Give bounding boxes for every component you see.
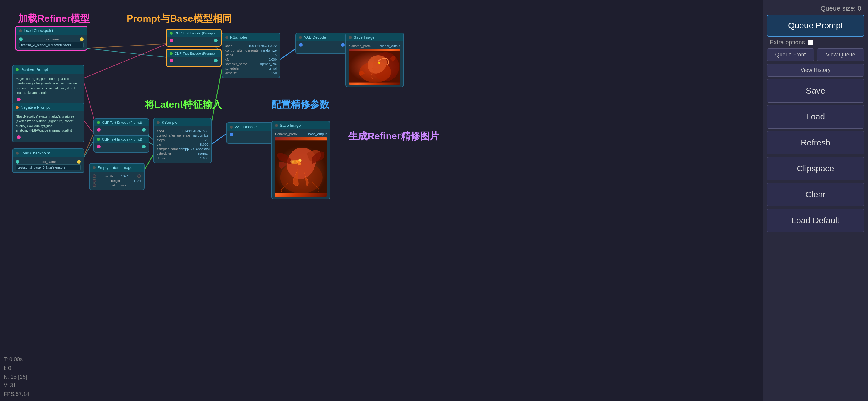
view-history-row: View History bbox=[767, 64, 864, 77]
small-buttons-row: Queue Front View Queue bbox=[767, 48, 864, 61]
connector-left bbox=[93, 183, 96, 187]
image-preview-base bbox=[275, 137, 327, 197]
row-width: width 1024 bbox=[93, 174, 141, 178]
node-header: KSampler bbox=[222, 33, 280, 41]
save-button[interactable]: Save bbox=[767, 79, 864, 103]
row-filename: filename_prefix base_output bbox=[275, 132, 327, 136]
annotation-same-prompt: Prompt与Base模型相同 bbox=[127, 12, 232, 25]
node-row: clip_name bbox=[19, 37, 84, 41]
load-default-button[interactable]: Load Default bbox=[767, 209, 864, 232]
connector-right bbox=[142, 128, 146, 132]
node-dot bbox=[16, 152, 19, 155]
node-clip-encode-1: CLIP Text Encode (Prompt) bbox=[166, 29, 222, 47]
node-body: filename_prefix refiner_output bbox=[346, 41, 403, 87]
node-body bbox=[227, 131, 278, 143]
field-label: clip_name bbox=[41, 160, 56, 164]
view-queue-button[interactable]: View Queue bbox=[817, 48, 864, 61]
node-clip-encode-3: CLIP Text Encode (Prompt) bbox=[93, 118, 149, 136]
node-header: Save Image bbox=[346, 33, 403, 41]
node-header: Negative Prompt bbox=[13, 103, 84, 111]
connector-right bbox=[77, 160, 81, 164]
node-empty-latent: Empty Latent Image width 1024 height 102… bbox=[89, 163, 145, 191]
node-vae-decode-refiner: VAE Decode bbox=[296, 33, 348, 54]
statusbar: T: 0.00s I: 0 N: 15 [15] V: 31 FPS:57.14 bbox=[0, 353, 60, 401]
node-dot bbox=[97, 138, 100, 141]
refresh-button[interactable]: Refresh bbox=[767, 131, 864, 154]
node-body: seed 806131786219672 control_after_gener… bbox=[222, 41, 280, 78]
node-dot bbox=[97, 121, 100, 124]
row-batch: batch_size 1 bbox=[93, 183, 141, 187]
svg-line-5 bbox=[83, 44, 167, 79]
node-body: filename_prefix base_output bbox=[272, 130, 330, 199]
row-cfg: cfg 8.000 bbox=[157, 143, 208, 146]
row-seed: seed 806131786219672 bbox=[225, 44, 277, 48]
connector-left bbox=[93, 174, 96, 178]
row-control: control_after_generate randomize bbox=[225, 49, 277, 52]
connector-left bbox=[93, 179, 96, 182]
node-dot bbox=[275, 124, 278, 127]
node-body bbox=[94, 143, 149, 152]
connector-left bbox=[19, 37, 23, 41]
node-save-image-refiner: Save Image filename_prefix refiner_outpu… bbox=[345, 33, 404, 87]
image-preview-refiner bbox=[349, 49, 400, 85]
node-header: CLIP Text Encode (Prompt) bbox=[167, 30, 221, 37]
clipspace-button[interactable]: Clipspace bbox=[767, 157, 864, 180]
load-button[interactable]: Load bbox=[767, 105, 864, 128]
connector-left bbox=[170, 39, 173, 42]
extra-options-checkbox[interactable] bbox=[808, 40, 813, 45]
svg-line-1 bbox=[86, 48, 167, 57]
connector-left bbox=[230, 133, 234, 136]
row-steps: steps 15 bbox=[225, 53, 277, 57]
node-dot bbox=[170, 32, 173, 35]
checkpoint-value: test/sd_xl_base_0.9.safetensors bbox=[16, 165, 81, 170]
node-body bbox=[296, 41, 348, 53]
status-i: I: 0 bbox=[4, 364, 57, 373]
connector-right bbox=[214, 59, 218, 62]
row-steps: steps 20 bbox=[157, 138, 208, 142]
node-dot bbox=[16, 106, 19, 109]
node-header-refiner: Load Checkpoint bbox=[16, 27, 87, 35]
node-header: Positive Prompt bbox=[13, 65, 84, 74]
row-scheduler: scheduler normal bbox=[157, 152, 208, 155]
connector-left bbox=[97, 128, 101, 132]
queue-size: Queue size: 0 bbox=[820, 4, 861, 12]
node-ksampler-refiner: KSampler seed 806131786219672 control_af… bbox=[222, 33, 280, 78]
node-save-image-base: Save Image filename_prefix base_output bbox=[271, 121, 330, 199]
node-header: CLIP Text Encode (Prompt) bbox=[167, 50, 221, 57]
node-body: clip_name test/sd_xl_base_0.9.safetensor… bbox=[13, 157, 84, 172]
queue-prompt-button[interactable]: Queue Prompt bbox=[767, 15, 864, 36]
node-ksampler-base: KSampler seed 661499510361535 control_af… bbox=[153, 118, 212, 163]
node-dot bbox=[16, 68, 19, 71]
dragon-svg-base bbox=[275, 137, 327, 197]
row-scheduler: scheduler normal bbox=[225, 67, 277, 70]
view-history-button[interactable]: View History bbox=[767, 64, 864, 77]
checkpoint-value: test/sd_xl_refiner_0.9.safetensors bbox=[19, 42, 84, 48]
node-positive-prompt: Positive Prompt Majestic dragon, perched… bbox=[12, 65, 85, 105]
annotation-generate-refiner: 生成Refiner精修图片 bbox=[348, 130, 439, 143]
node-clip-encode-2: CLIP Text Encode (Prompt) bbox=[166, 49, 222, 67]
node-body: clip_name test/sd_xl_refiner_0.9.safeten… bbox=[16, 35, 87, 50]
row-cfg: cfg 8.000 bbox=[225, 58, 277, 61]
node-header: VAE Decode bbox=[296, 33, 348, 41]
node-vae-decode-base: VAE Decode bbox=[226, 122, 279, 144]
node-body: width 1024 height 1024 batch_size 1 bbox=[90, 172, 144, 190]
node-load-checkpoint-refiner: Load Checkpoint clip_name test/sd_xl_ref… bbox=[15, 26, 87, 51]
node-header: Empty Latent Image bbox=[90, 164, 144, 172]
queue-front-button[interactable]: Queue Front bbox=[767, 48, 814, 61]
connector-right bbox=[341, 43, 345, 47]
node-body: (EasyNegative),(watermark),(signature),(… bbox=[13, 111, 84, 142]
status-fps: FPS:57.14 bbox=[4, 390, 57, 399]
node-header: KSampler bbox=[154, 118, 211, 126]
status-v: V: 31 bbox=[4, 381, 57, 390]
status-t: T: 0.00s bbox=[4, 355, 57, 364]
positive-text: Majestic dragon, perched atop a cliff ov… bbox=[16, 76, 81, 96]
node-dot bbox=[170, 52, 173, 55]
node-header: Save Image bbox=[272, 121, 330, 130]
connector-right bbox=[80, 37, 84, 41]
row-control: control_after_generate randomize bbox=[157, 134, 208, 137]
node-body bbox=[94, 126, 149, 135]
field-label: clip_name bbox=[44, 37, 59, 41]
clear-button[interactable]: Clear bbox=[767, 183, 864, 206]
annotation-config-params: 配置精修参数 bbox=[271, 98, 329, 111]
status-n: N: 15 [15] bbox=[4, 373, 57, 381]
